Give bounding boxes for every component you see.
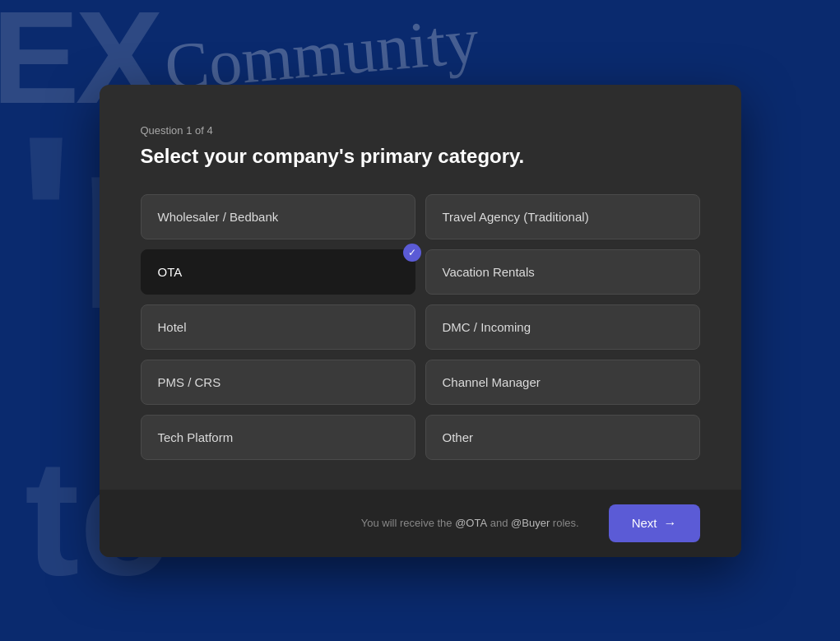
option-label-channel-manager: Channel Manager	[443, 375, 541, 389]
question-title: Select your company's primary category.	[141, 145, 700, 168]
option-label-dmc: DMC / Incoming	[443, 320, 531, 334]
option-tech-platform[interactable]: Tech Platform	[141, 415, 415, 460]
options-grid: Wholesaler / BedbankTravel Agency (Tradi…	[141, 194, 700, 460]
next-button[interactable]: Next →	[609, 504, 700, 542]
modal-overlay: Question 1 of 4 Select your company's pr…	[0, 0, 840, 641]
next-arrow-icon: →	[664, 516, 677, 531]
option-label-wholesaler: Wholesaler / Bedbank	[158, 210, 279, 224]
option-other[interactable]: Other	[425, 415, 700, 460]
option-travel-agency[interactable]: Travel Agency (Traditional)	[425, 194, 700, 239]
check-icon: ✓	[403, 244, 421, 262]
option-pms-crs[interactable]: PMS / CRS	[141, 360, 415, 405]
option-label-pms-crs: PMS / CRS	[158, 375, 221, 389]
modal: Question 1 of 4 Select your company's pr…	[100, 85, 741, 557]
option-ota[interactable]: OTA✓	[141, 249, 415, 295]
footer-role1: @OTA	[455, 517, 487, 529]
option-label-vacation-rentals: Vacation Rentals	[443, 265, 535, 279]
option-hotel[interactable]: Hotel	[141, 304, 415, 350]
option-wholesaler[interactable]: Wholesaler / Bedbank	[141, 194, 415, 239]
option-channel-manager[interactable]: Channel Manager	[425, 360, 700, 405]
option-label-other: Other	[443, 430, 474, 444]
option-label-tech-platform: Tech Platform	[158, 430, 234, 444]
question-label: Question 1 of 4	[141, 124, 700, 137]
option-dmc[interactable]: DMC / Incoming	[425, 304, 700, 350]
option-label-ota: OTA	[158, 265, 183, 279]
next-label: Next	[632, 516, 657, 530]
modal-body: Question 1 of 4 Select your company's pr…	[100, 85, 741, 490]
option-label-travel-agency: Travel Agency (Traditional)	[443, 210, 589, 224]
footer-note-suffix: roles.	[553, 517, 579, 529]
footer-note: You will receive the @OTA and @Buyer rol…	[141, 517, 596, 529]
footer-role2: @Buyer	[511, 517, 550, 529]
option-vacation-rentals[interactable]: Vacation Rentals	[425, 249, 700, 295]
modal-footer: You will receive the @OTA and @Buyer rol…	[100, 490, 741, 557]
option-label-hotel: Hotel	[158, 320, 187, 334]
footer-note-prefix: You will receive the	[361, 517, 455, 529]
footer-note-middle: and	[490, 517, 511, 529]
